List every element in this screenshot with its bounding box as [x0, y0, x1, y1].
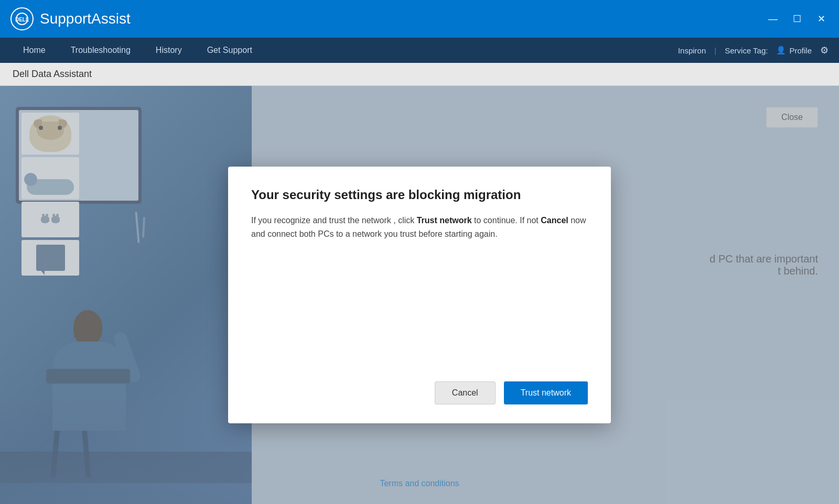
gear-icon[interactable]: ⚙	[820, 45, 829, 56]
profile-icon: 👤	[776, 46, 786, 55]
restore-button[interactable]: ☐	[790, 12, 804, 26]
cancel-button[interactable]: Cancel	[435, 381, 496, 404]
service-tag-label: Service Tag:	[725, 46, 768, 55]
trust-network-button[interactable]: Trust network	[504, 381, 588, 404]
nav-links: Home Troubleshooting History Get Support	[10, 38, 678, 63]
subtitle-bar: Dell Data Assistant	[0, 63, 839, 86]
nav-right: Inspiron | Service Tag: 👤 Profile ⚙	[678, 45, 829, 56]
cancel-text: Cancel	[541, 216, 568, 225]
window-controls: — ☐ ✕	[766, 12, 829, 26]
profile-label: Profile	[789, 46, 812, 55]
svg-text:DELL: DELL	[15, 17, 29, 23]
modal-body-part1: If you recognize and trust the network ,…	[251, 216, 417, 225]
nav-history[interactable]: History	[143, 38, 195, 63]
modal-dialog: Your security settings are blocking migr…	[228, 167, 611, 423]
dell-logo: DELL	[10, 7, 34, 30]
nav-home[interactable]: Home	[10, 38, 58, 63]
main-content: Close d PC that are important t behind. …	[0, 86, 839, 504]
modal-body: If you recognize and trust the network ,…	[251, 214, 588, 363]
app-title: SupportAssist	[40, 10, 131, 27]
close-window-button[interactable]: ✕	[814, 12, 829, 26]
modal-footer: Cancel Trust network	[251, 381, 588, 404]
nav-get-support[interactable]: Get Support	[195, 38, 265, 63]
title-bar: DELL SupportAssist — ☐ ✕	[0, 0, 839, 38]
page-title: Dell Data Assistant	[13, 69, 92, 80]
trust-network-text: Trust network	[417, 216, 472, 225]
minimize-button[interactable]: —	[766, 12, 780, 26]
nav-troubleshooting[interactable]: Troubleshooting	[58, 38, 143, 63]
modal-overlay: Your security settings are blocking migr…	[0, 86, 839, 504]
nav-profile[interactable]: 👤 Profile	[776, 46, 812, 55]
modal-title: Your security settings are blocking migr…	[251, 188, 588, 202]
nav-separator: |	[714, 46, 716, 55]
nav-bar: Home Troubleshooting History Get Support…	[0, 38, 839, 63]
modal-body-part2: to continue. If not	[472, 216, 541, 225]
device-label: Inspiron	[678, 46, 706, 55]
